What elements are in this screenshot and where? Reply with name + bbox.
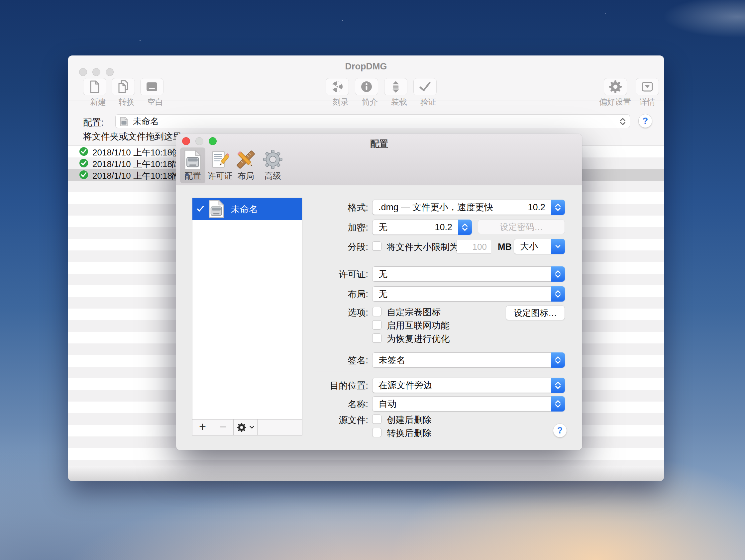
segments-label: 分段: (226, 242, 368, 252)
close-button[interactable] (182, 137, 190, 145)
tab-label: 布局 (233, 170, 259, 182)
layout-label: 布局: (226, 289, 368, 299)
configuration-label: 配置: (83, 117, 104, 129)
close-button[interactable] (79, 68, 87, 76)
dmg-document-icon (208, 200, 224, 218)
optimize-restore-checkbox[interactable] (372, 333, 382, 343)
destination-popup[interactable]: 在源文件旁边 (372, 377, 565, 393)
desktop: DropDMG 新建 转换 空白 刻录 简介 装载 (0, 0, 745, 560)
segment-size-input[interactable] (457, 240, 491, 254)
star-speck (605, 13, 606, 14)
new-button[interactable] (83, 78, 106, 95)
layout-popup[interactable]: 无 (372, 286, 565, 302)
internet-enable-checkbox[interactable] (372, 320, 382, 329)
segment-mode-value: 大小 (520, 241, 538, 252)
signing-popup[interactable]: 未签名 (372, 353, 565, 368)
zoom-button[interactable] (209, 137, 217, 145)
format-popup[interactable]: .dmg — 文件更小，速度更快 10.2 (372, 200, 565, 215)
license-label: 许可证: (226, 269, 368, 279)
history-timestamp: 2018/1/10 上午10:18 (92, 147, 172, 158)
convert-button[interactable] (112, 78, 135, 95)
zoom-button[interactable] (106, 68, 114, 76)
chevron-down-icon (551, 239, 565, 254)
destination-label: 目的位置: (226, 381, 368, 391)
optimize-restore-label: 为恢复进行优化 (387, 333, 450, 345)
stepper-up-down-icon (551, 353, 565, 368)
blank-image-button[interactable] (140, 78, 163, 95)
signing-label: 签名: (226, 355, 368, 365)
license-value: 无 (379, 269, 387, 279)
license-popup[interactable]: 无 (372, 266, 565, 282)
name-label: 名称: (226, 399, 368, 409)
custom-volume-icon-label: 自定宗卷图标 (387, 306, 441, 318)
form-divider (316, 260, 570, 260)
tab-layout[interactable]: 布局 (233, 147, 259, 183)
delete-after-convert-checkbox[interactable] (372, 428, 382, 437)
format-version: 10.2 (528, 200, 545, 215)
tab-label: 许可证 (203, 170, 237, 182)
tab-configuration[interactable]: 配置 (180, 147, 205, 183)
stepper-up-down-icon (458, 220, 472, 235)
limit-size-checkbox[interactable] (372, 241, 382, 251)
destination-value: 在源文件旁边 (379, 380, 432, 390)
checkmark-icon (196, 205, 204, 213)
star-speck (342, 20, 343, 21)
burn-button[interactable] (326, 78, 349, 95)
name-popup[interactable]: 自动 (372, 396, 565, 411)
internet-enable-label: 启用互联网功能 (387, 320, 450, 331)
encryption-label: 加密: (226, 223, 368, 232)
success-check-icon (79, 158, 88, 168)
tab-label: 配置 (180, 170, 205, 182)
delete-after-convert-label: 转换后删除 (387, 427, 432, 439)
help-button[interactable]: ? (553, 424, 567, 437)
add-profile-button[interactable]: + (192, 420, 213, 435)
window-title: DropDMG (68, 61, 664, 72)
preferences-button[interactable] (604, 78, 627, 95)
format-value: .dmg — 文件更小，速度更快 (379, 202, 493, 212)
verify-button[interactable] (413, 78, 436, 95)
dialog-header: 配置 配置 许可证 布局 高级 (176, 134, 582, 185)
dmg-document-icon (184, 150, 201, 170)
limit-size-checkbox-label: 将文件大小限制为 (387, 241, 459, 253)
tab-label: 高级 (260, 170, 286, 182)
set-icon-button[interactable]: 设定图标… (506, 305, 565, 320)
details-button-label: 详情 (621, 97, 664, 107)
configuration-selected-value: 未命名 (133, 116, 159, 126)
stepper-up-down-icon (551, 200, 565, 215)
set-password-button[interactable]: 设定密码… (478, 220, 565, 234)
drop-hint-text: 将文件夹或文件拖到这里， (83, 131, 191, 142)
segment-unit-label: MB (498, 242, 512, 252)
mount-button[interactable] (384, 78, 408, 95)
info-button[interactable] (355, 78, 378, 95)
delete-after-create-label: 创建后删除 (387, 414, 432, 426)
custom-volume-icon-checkbox[interactable] (372, 307, 382, 316)
star-speck (139, 40, 140, 41)
stepper-up-down-icon (551, 266, 565, 282)
toolbar-divider (68, 101, 664, 101)
success-check-icon (79, 170, 88, 179)
license-document-icon (211, 150, 229, 170)
stepper-up-down-icon (551, 396, 565, 411)
configuration-dialog: 配置 配置 许可证 布局 高级 (176, 134, 582, 450)
signing-value: 未签名 (379, 355, 406, 365)
tab-license[interactable]: 许可证 (203, 147, 237, 183)
minimize-button[interactable] (92, 68, 100, 76)
verify-button-label: 验证 (402, 97, 455, 107)
segment-mode-pulldown[interactable]: 大小 (514, 239, 565, 254)
help-button[interactable]: ? (638, 114, 652, 128)
history-timestamp: 2018/1/10 上午10:18 (92, 158, 172, 170)
source-files-label: 源文件: (226, 415, 368, 425)
encryption-popup[interactable]: 无 10.2 (372, 220, 472, 235)
stepper-up-down-icon (551, 377, 565, 393)
success-check-icon (79, 147, 88, 156)
delete-after-create-checkbox[interactable] (372, 415, 382, 424)
details-button[interactable] (636, 78, 659, 95)
tab-advanced[interactable]: 高级 (260, 147, 286, 183)
encryption-value: 无 (379, 222, 387, 232)
configuration-select[interactable]: 未命名 (115, 114, 630, 128)
minimize-button[interactable] (195, 137, 203, 145)
encryption-version: 10.2 (434, 220, 452, 234)
name-value: 自动 (379, 399, 396, 409)
chevron-up-down-icon (619, 117, 626, 126)
advanced-gear-icon (263, 150, 283, 169)
